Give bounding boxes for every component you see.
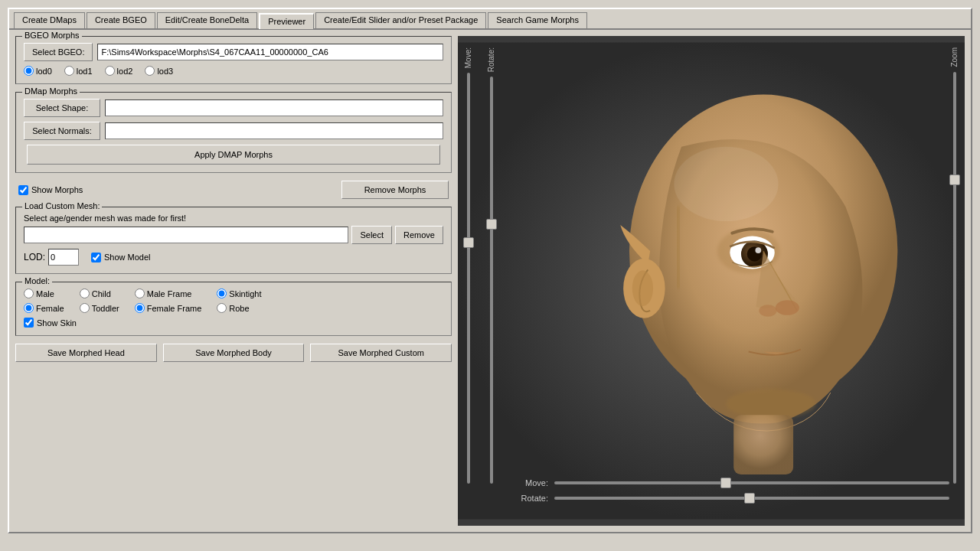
lod3-label: lod3 bbox=[157, 67, 173, 76]
rotate-v-label: Rotate: bbox=[487, 47, 495, 72]
lod1-radio[interactable] bbox=[64, 66, 74, 76]
tab-create-bgeo[interactable]: Create BGEO bbox=[87, 12, 155, 28]
tab-previewer[interactable]: Previewer bbox=[259, 13, 314, 29]
lod3-radio[interactable] bbox=[145, 66, 155, 76]
rotate-h-track bbox=[554, 497, 949, 500]
lod0-radio[interactable] bbox=[24, 66, 34, 76]
male-label: Male bbox=[36, 289, 54, 298]
rotate-v-slider-container: Rotate: bbox=[487, 47, 495, 484]
tab-create-dmaps[interactable]: Create DMaps bbox=[14, 12, 85, 28]
right-panel: Move: Rotate: Zoom bbox=[458, 36, 965, 526]
move-v-slider-container: Move: bbox=[464, 47, 472, 484]
lod-radio-group: lod0 lod1 lod2 lod3 bbox=[24, 66, 443, 76]
male-radio[interactable] bbox=[24, 289, 34, 298]
tab-edit-bone-delta[interactable]: Edit/Create BoneDelta bbox=[157, 12, 257, 28]
move-h-thumb[interactable] bbox=[720, 478, 731, 488]
child-radio[interactable] bbox=[80, 289, 90, 298]
tab-create-edit-slider[interactable]: Create/Edit Slider and/or Preset Package bbox=[315, 12, 486, 28]
zoom-v-thumb[interactable] bbox=[949, 174, 960, 185]
select-bgeo-button[interactable]: Select BGEO: bbox=[24, 43, 93, 61]
left-panel: BGEO Morphs Select BGEO: lod0 lod1 bbox=[15, 36, 452, 526]
male-option: Male bbox=[24, 289, 64, 298]
mesh-path-input[interactable] bbox=[24, 227, 348, 243]
show-skin-checkbox[interactable] bbox=[24, 318, 34, 328]
svg-point-11 bbox=[726, 389, 815, 419]
lod3-option: lod3 bbox=[145, 66, 173, 76]
mesh-remove-button[interactable]: Remove bbox=[395, 226, 443, 244]
save-buttons-row: Save Morphed Head Save Morphed Body Save… bbox=[15, 344, 452, 362]
rotate-h-label: Rotate: bbox=[511, 494, 548, 503]
show-model-label: Show Model bbox=[91, 253, 151, 262]
move-v-thumb[interactable] bbox=[463, 237, 474, 248]
select-shape-button[interactable]: Select Shape: bbox=[24, 99, 100, 117]
svg-rect-12 bbox=[733, 415, 793, 474]
rotate-h-thumb[interactable] bbox=[744, 493, 755, 504]
female-option: Female bbox=[24, 303, 64, 313]
svg-point-8 bbox=[755, 247, 761, 253]
male-frame-label: Male Frame bbox=[147, 289, 192, 298]
head-3d-render bbox=[458, 36, 965, 526]
child-label: Child bbox=[92, 289, 111, 298]
female-frame-option: Female Frame bbox=[135, 303, 202, 313]
save-morphed-custom-button[interactable]: Save Morphed Custom bbox=[310, 344, 452, 362]
select-normals-button[interactable]: Select Normals: bbox=[24, 122, 100, 140]
toddler-label: Toddler bbox=[92, 304, 119, 313]
rotate-h-row: Rotate: bbox=[511, 494, 949, 503]
toddler-radio[interactable] bbox=[80, 303, 90, 313]
show-model-text: Show Model bbox=[104, 253, 151, 262]
move-h-row: Move: bbox=[511, 478, 949, 487]
lod0-label: lod0 bbox=[36, 67, 52, 76]
apply-dmap-container: Apply DMAP Morphs bbox=[24, 145, 443, 165]
lod-number-input[interactable] bbox=[48, 249, 79, 266]
female-radio[interactable] bbox=[24, 303, 34, 313]
skintight-option: Skintight bbox=[217, 289, 261, 298]
save-morphed-body-button[interactable]: Save Morphed Body bbox=[163, 344, 305, 362]
male-frame-option: Male Frame bbox=[135, 289, 202, 298]
tab-search-game-morphs[interactable]: Search Game Morphs bbox=[488, 12, 587, 28]
normals-input[interactable] bbox=[105, 122, 443, 139]
age-gender-label: Select age/gender mesh was made for firs… bbox=[24, 214, 443, 223]
female-frame-label: Female Frame bbox=[147, 304, 202, 313]
svg-point-9 bbox=[776, 300, 799, 315]
load-custom-mesh-title: Load Custom Mesh: bbox=[22, 201, 102, 210]
show-model-checkbox[interactable] bbox=[91, 253, 101, 262]
move-v-track bbox=[467, 73, 470, 484]
bgeo-path-input[interactable] bbox=[97, 44, 443, 60]
select-normals-row: Select Normals: bbox=[24, 122, 443, 140]
male-frame-radio[interactable] bbox=[135, 289, 145, 298]
move-h-track bbox=[554, 481, 949, 484]
zoom-v-track bbox=[953, 72, 956, 484]
bgeo-select-row: Select BGEO: bbox=[24, 43, 443, 61]
lod1-label: lod1 bbox=[77, 67, 93, 76]
apply-dmap-button[interactable]: Apply DMAP Morphs bbox=[27, 145, 440, 165]
lod-label: LOD: bbox=[24, 252, 45, 262]
move-v-label: Move: bbox=[464, 47, 472, 68]
rotate-v-track bbox=[490, 77, 493, 484]
model-options: Male Female Child bbox=[24, 289, 443, 313]
dmap-morphs-group: DMap Morphs Select Shape: Select Normals… bbox=[15, 92, 452, 173]
svg-point-3 bbox=[632, 270, 653, 306]
show-morphs-label: Show Morphs bbox=[18, 185, 83, 195]
mesh-select-button[interactable]: Select bbox=[351, 226, 392, 244]
lod-bottom-row: LOD: Show Model bbox=[24, 249, 443, 266]
model-col3: Male Frame Female Frame bbox=[135, 289, 202, 313]
robe-option: Robe bbox=[217, 303, 261, 313]
skintight-radio[interactable] bbox=[217, 289, 227, 298]
shape-input[interactable] bbox=[105, 99, 443, 116]
lod2-option: lod2 bbox=[105, 66, 133, 76]
save-morphed-head-button[interactable]: Save Morphed Head bbox=[15, 344, 157, 362]
female-frame-radio[interactable] bbox=[135, 303, 145, 313]
show-morphs-checkbox[interactable] bbox=[18, 185, 28, 195]
zoom-v-label: Zoom bbox=[950, 47, 959, 67]
remove-morphs-button[interactable]: Remove Morphs bbox=[341, 181, 449, 199]
load-custom-mesh-group: Load Custom Mesh: Select age/gender mesh… bbox=[15, 207, 452, 274]
lod2-radio[interactable] bbox=[105, 66, 115, 76]
robe-radio[interactable] bbox=[217, 303, 227, 313]
lod2-label: lod2 bbox=[117, 67, 133, 76]
lod0-option: lod0 bbox=[24, 66, 52, 76]
lod1-option: lod1 bbox=[64, 66, 93, 76]
content-area: BGEO Morphs Select BGEO: lod0 lod1 bbox=[9, 30, 971, 532]
rotate-v-thumb[interactable] bbox=[486, 219, 497, 230]
svg-point-10 bbox=[759, 305, 776, 317]
show-skin-label: Show Skin bbox=[24, 318, 443, 328]
